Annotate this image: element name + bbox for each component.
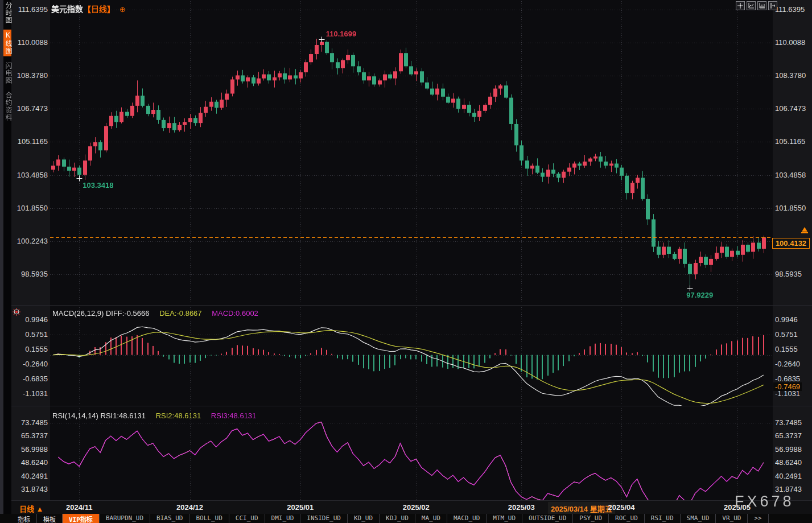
sidebar-tab-K线图[interactable]: K线图 [3, 30, 11, 56]
y-axis-tick: 0.9946 [775, 315, 798, 324]
date-axis: 日线 ▲ 2025/03/14 星期五 2024/112024/122025/0… [11, 501, 812, 514]
toolbar-tab-KDJ_UD[interactable]: KDJ_UD [380, 514, 415, 523]
y-axis-tick: -0.2640 [775, 360, 800, 368]
toolbar-tab-OUTSIDE_UD[interactable]: OUTSIDE_UD [522, 514, 573, 523]
toolbar-tab-MTM_UD[interactable]: MTM_UD [487, 514, 522, 523]
period-selector[interactable]: 日线 ▲ [19, 503, 43, 514]
y-axis-tick: 31.8743 [775, 485, 802, 493]
y-axis-tick: 65.3737 [11, 431, 48, 440]
macd-header: MACD(26,12,9) DIFF:-0.5666 DEA:-0.8667 M… [52, 309, 258, 318]
x-axis-month-label: 2024/11 [66, 503, 92, 512]
macd-current-scale-label: -0.7469 [773, 382, 802, 391]
y-axis-tick: 108.3780 [775, 71, 806, 80]
panel-divider[interactable] [11, 305, 812, 306]
sidebar-tab-合约资料[interactable]: 合约资料 [3, 90, 11, 123]
sidebar-tab-闪电图[interactable]: 闪电图 [3, 60, 11, 86]
toolbar-tab-BIAS_UD[interactable]: BIAS_UD [150, 514, 189, 523]
macd-diff-value: MACD(26,12,9) DIFF:-0.5666 [52, 309, 150, 318]
toolbar-tab-ROC_UD[interactable]: ROC_UD [609, 514, 645, 523]
bar-chart-tool-icon[interactable] [757, 1, 766, 10]
rsi3-value: RSI3:48.6131 [211, 411, 257, 420]
toolbar-tab-VIP指标[interactable]: VIP指标 [63, 514, 100, 523]
toolbar-tab-RSI_UD[interactable]: RSI_UD [645, 514, 681, 523]
toolbar-tab-PSY_UD[interactable]: PSY_UD [573, 514, 609, 523]
y-axis-tick: 0.5751 [11, 330, 48, 339]
y-axis-tick: 111.6395 [11, 5, 48, 14]
y-axis-tick: 111.6395 [775, 5, 805, 14]
price-chart-canvas[interactable] [50, 0, 773, 305]
y-axis-tick: 103.4858 [775, 171, 806, 179]
toolbar-tab-MACD_UD[interactable]: MACD_UD [447, 514, 487, 523]
y-axis-tick: 98.5935 [775, 270, 802, 278]
y-axis-tick: 101.8550 [11, 204, 48, 212]
move-panel-tool-icon[interactable] [768, 1, 777, 10]
rsi-header: RSI(14,14,14) RSI1:48.6131 RSI2:48.6131 … [52, 411, 256, 420]
toolbar-tab-BOLL_UD[interactable]: BOLL_UD [189, 514, 229, 523]
rsi1-value: RSI(14,14,14) RSI1:48.6131 [52, 411, 146, 420]
y-axis-tick: 100.2243 [11, 237, 48, 245]
x-axis-month-label: 2025/03 [508, 503, 535, 512]
crosshair-tool-icon[interactable] [736, 1, 745, 10]
y-axis-tick: 108.3780 [11, 71, 48, 80]
sidebar-tab-分时图[interactable]: 分时图 [3, 0, 11, 26]
y-axis-tick: 0.9946 [11, 315, 48, 324]
y-axis-tick: 0.5751 [775, 330, 798, 339]
y-axis-tick: -1.1031 [11, 389, 48, 398]
toolbar-tab-BARUPDN_UD[interactable]: BARUPDN_UD [100, 514, 150, 523]
y-axis-tick: 31.8743 [11, 485, 48, 493]
y-axis-tick: 106.7473 [11, 104, 48, 113]
current-price-label: 100.4132 [772, 238, 810, 249]
y-axis-tick: 101.8550 [775, 204, 806, 212]
y-axis-tick: 0.1555 [775, 345, 798, 353]
toolbar-tab-MA_UD[interactable]: MA_UD [415, 514, 447, 523]
price-extreme-annotation: 103.3418 [83, 181, 113, 190]
add-indicator-icon[interactable]: ⊕ [119, 5, 126, 14]
toolbar-tab-模板[interactable]: 模板 [37, 514, 63, 523]
macd-dea-value: DEA:-0.8667 [159, 309, 201, 318]
period-tag: 【日线】 [83, 5, 115, 14]
chart-type-sidebar: 分时图K线图闪电图合约资料 [0, 0, 11, 523]
toolbar-tab-指标[interactable]: 指标 [11, 514, 37, 523]
y-axis-tick: 40.2491 [11, 472, 48, 480]
toolbar-tab-DMI_UD[interactable]: DMI_UD [265, 514, 301, 523]
chart-toolbar-top-right [736, 1, 777, 10]
macd-hist-value: MACD:0.6002 [212, 309, 258, 318]
x-axis-month-label: 2025/01 [287, 503, 314, 512]
y-axis-tick: 106.7473 [775, 104, 806, 113]
toolbar-tab-CCI_UD[interactable]: CCI_UD [229, 514, 265, 523]
line-chart-tool-icon[interactable] [747, 1, 756, 10]
price-extreme-annotation: 97.9229 [686, 291, 713, 299]
x-axis-month-label: 2025/02 [403, 503, 430, 512]
toolbar-tab->>[interactable]: >> [748, 514, 768, 523]
indicator-settings-icon[interactable] [12, 307, 21, 316]
x-axis-month-label: 2024/12 [176, 503, 203, 512]
panel-divider[interactable] [11, 406, 812, 406]
trading-app-window: 分时图K线图闪电图合约资料 美元指数【日线】 ⊕ [0, 0, 812, 523]
y-axis-tick: 40.2491 [775, 472, 802, 480]
y-axis-tick: 48.6240 [775, 458, 802, 467]
y-axis-tick: -0.6835 [11, 374, 48, 383]
y-axis-tick: 73.7485 [775, 418, 802, 427]
y-axis-tick: 56.9988 [775, 445, 802, 454]
y-axis-tick: -0.2640 [11, 360, 48, 368]
y-axis-tick: 98.5935 [11, 270, 48, 278]
rsi-chart-canvas[interactable] [50, 407, 773, 501]
fx678-watermark: FX678 [735, 493, 794, 510]
toolbar-tab-SMA_UD[interactable]: SMA_UD [681, 514, 716, 523]
y-axis-tick: 65.3737 [775, 431, 802, 440]
price-extreme-annotation: 110.1699 [326, 30, 357, 38]
toolbar-tab-KD_UD[interactable]: KD_UD [348, 514, 380, 523]
macd-chart-canvas[interactable] [50, 306, 773, 406]
symbol-name: 美元指数 [51, 5, 83, 14]
toolbar-tab-INSIDE_UD[interactable]: INSIDE_UD [300, 514, 348, 523]
price-up-arrow-icon [801, 227, 809, 235]
y-axis-tick: 0.1555 [11, 345, 48, 353]
y-axis-tick: 105.1165 [11, 137, 48, 146]
y-axis-tick: 110.0088 [775, 38, 805, 47]
x-axis-month-label: 2025/04 [608, 503, 635, 512]
y-axis-tick: 103.4858 [11, 171, 48, 179]
y-axis-tick: 56.9988 [11, 445, 48, 454]
toolbar-tab-VR_UD[interactable]: VR_UD [716, 514, 748, 523]
y-axis-tick: 48.6240 [11, 458, 48, 467]
chart-title: 美元指数【日线】 ⊕ [51, 3, 126, 14]
